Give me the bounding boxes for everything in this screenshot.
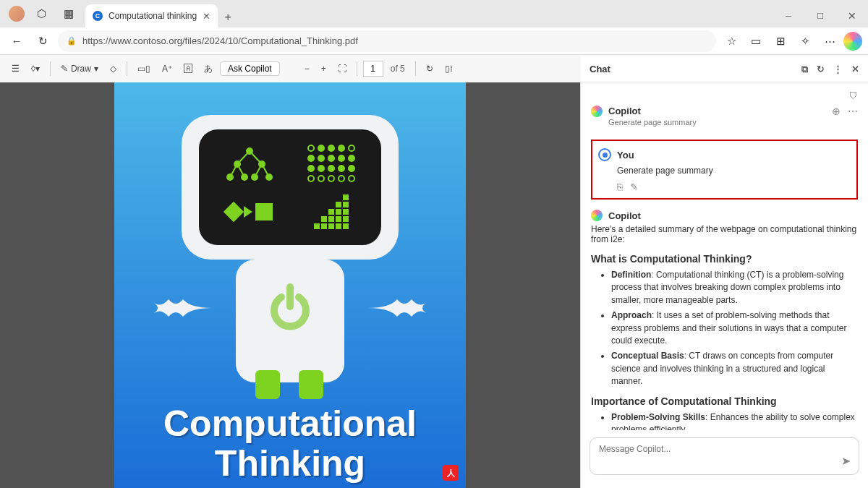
tab-close-icon[interactable]: ✕: [203, 11, 210, 22]
user-avatar-icon: [598, 148, 611, 161]
robot-illustration: [182, 115, 399, 260]
ask-copilot-button[interactable]: Ask Copilot: [220, 61, 280, 76]
zoom-out-icon[interactable]: −: [300, 59, 314, 78]
shield-icon[interactable]: ⛉: [849, 91, 858, 101]
chat-input-area: ➤: [581, 430, 868, 488]
refresh-button[interactable]: ↻: [32, 30, 54, 52]
tab-title: Computational thinking: [109, 11, 197, 21]
reading-list-icon[interactable]: ▭: [745, 30, 767, 52]
chat-header: Chat ⧉ ↻ ⋮ ✕: [581, 56, 868, 82]
more-icon[interactable]: ⋯: [819, 30, 841, 52]
svg-point-12: [265, 174, 273, 181]
tab-strip: C Computational thinking ✕ +: [85, 0, 773, 27]
zoom-in-icon[interactable]: +: [317, 59, 331, 78]
open-external-icon[interactable]: ⧉: [801, 64, 808, 75]
rotate-icon[interactable]: ↻: [422, 59, 438, 78]
response-list: Problem-Solving Skills: Enhances the abi…: [591, 411, 858, 430]
browser-tab[interactable]: C Computational thinking ✕: [85, 4, 218, 27]
close-window-button[interactable]: ✕: [836, 4, 868, 27]
reload-icon[interactable]: ↻: [817, 64, 825, 75]
text-size-icon[interactable]: A⁺: [158, 59, 176, 78]
response-heading: Importance of Computational Thinking: [591, 395, 858, 407]
chat-suggestion[interactable]: Copilot Generate page summary ⊕ ⋯: [591, 106, 858, 127]
favorite-icon[interactable]: ☆: [720, 30, 742, 52]
translate-icon[interactable]: あ: [200, 59, 217, 78]
pdf-viewer[interactable]: Computational Thinking 人: [0, 82, 580, 488]
response-list-item: Problem-Solving Skills: Enhances the abi…: [611, 411, 858, 430]
send-icon[interactable]: ➤: [841, 454, 851, 468]
chat-input[interactable]: [590, 437, 859, 475]
suggestion-more-icon[interactable]: ⋯: [848, 106, 858, 117]
copilot-icon: [591, 210, 603, 221]
maximize-button[interactable]: ☐: [804, 4, 836, 27]
read-aloud-icon[interactable]: 🄰: [179, 59, 197, 78]
response-list: Definition: Computational thinking (CT) …: [591, 269, 858, 388]
contents-icon[interactable]: ☰: [7, 59, 24, 78]
erase-icon[interactable]: ◇: [106, 59, 121, 78]
new-tab-button[interactable]: +: [218, 7, 238, 27]
collections-icon[interactable]: ✧: [794, 30, 816, 52]
svg-point-9: [226, 174, 234, 181]
page-number-input[interactable]: [363, 61, 383, 77]
back-button[interactable]: ←: [6, 30, 27, 52]
lock-icon: 🔒: [67, 36, 77, 46]
response-name: Copilot: [608, 210, 641, 221]
adobe-icon[interactable]: 人: [443, 465, 459, 481]
suggestion-name: Copilot: [608, 106, 826, 116]
chat-more-icon[interactable]: ⋮: [833, 64, 843, 75]
pdf-title: Computational Thinking: [114, 404, 466, 484]
copilot-response: Copilot Here's a detailed summary of the…: [591, 210, 858, 430]
collections-icon[interactable]: ▦: [58, 3, 80, 25]
fit-width-icon[interactable]: ⛶: [333, 59, 351, 78]
profile-avatar[interactable]: [9, 6, 25, 22]
add-chat-icon[interactable]: ⊕: [832, 106, 841, 117]
response-heading: What is Computational Thinking?: [591, 253, 858, 265]
window-controls: ─ ☐ ✕: [773, 4, 868, 27]
copy-icon[interactable]: ⎘: [617, 181, 623, 192]
tab-favicon: C: [93, 11, 103, 21]
svg-point-10: [241, 174, 248, 181]
user-message-highlighted: You Generate page summary ⎘ ✎: [591, 140, 858, 200]
copilot-icon: [591, 106, 603, 117]
response-list-item: Conceptual Basis: CT draws on concepts f…: [611, 350, 858, 388]
copilot-button[interactable]: [843, 32, 862, 51]
chat-body[interactable]: ⛉ Copilot Generate page summary ⊕ ⋯ You …: [581, 82, 868, 430]
user-message-text: Generate page summary: [617, 166, 851, 176]
selection-tool-icon[interactable]: ◊▾: [27, 59, 44, 78]
two-page-icon[interactable]: ▭▯: [133, 59, 155, 78]
chat-close-icon[interactable]: ✕: [851, 64, 859, 75]
chat-panel: Chat ⧉ ↻ ⋮ ✕ ⛉ Copilot Generate page sum…: [580, 82, 868, 488]
workspaces-icon[interactable]: ⬡: [30, 3, 52, 25]
response-list-item: Approach: It uses a set of problem-solvi…: [611, 309, 858, 347]
window-titlebar: ⬡ ▦ C Computational thinking ✕ + ─ ☐ ✕: [0, 0, 868, 27]
minimize-button[interactable]: ─: [773, 4, 804, 27]
chat-title: Chat: [590, 64, 610, 74]
pdf-page: Computational Thinking 人: [114, 82, 466, 488]
user-name: You: [617, 150, 634, 160]
response-intro: Here's a detailed summary of the webpage…: [591, 224, 858, 244]
extensions-icon[interactable]: ⊞: [770, 30, 791, 52]
url-text: https://www.contoso.org/files/2024/10/Co…: [82, 35, 358, 46]
draw-tool[interactable]: ✎ Draw ▾: [56, 59, 103, 78]
address-bar-row: ← ↻ 🔒 https://www.contoso.org/files/2024…: [0, 27, 868, 55]
response-list-item: Definition: Computational thinking (CT) …: [611, 269, 858, 307]
page-view-icon[interactable]: ▯⁞: [441, 59, 457, 78]
edit-icon[interactable]: ✎: [630, 181, 638, 192]
url-field[interactable]: 🔒 https://www.contoso.org/files/2024/10/…: [58, 30, 716, 52]
svg-point-11: [251, 174, 258, 181]
suggestion-text: Generate page summary: [608, 118, 826, 127]
page-total: of 5: [391, 64, 405, 74]
